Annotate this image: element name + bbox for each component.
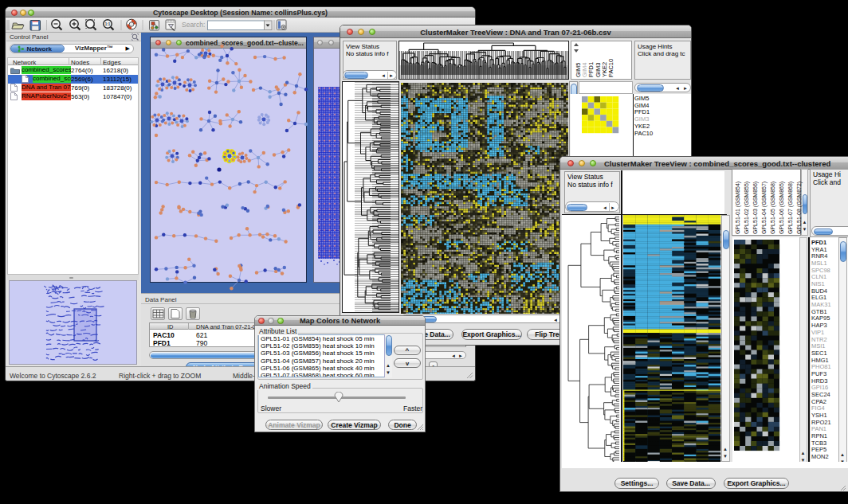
svg-text:GPL51-02 (GSM855): GPL51-02 (GSM855) bbox=[744, 182, 750, 234]
svg-text:GPL51-05 (GSM858): GPL51-05 (GSM858) bbox=[770, 182, 776, 234]
svg-text:GPL51-07 (GSM868): GPL51-07 (GSM868) bbox=[787, 182, 794, 234]
svg-text:GPL51-06 (GSM865): GPL51-06 (GSM865) bbox=[779, 182, 785, 234]
svg-text:GPL51-01 (GSM854): GPL51-01 (GSM854) bbox=[735, 182, 741, 234]
svg-text:GPL51-08 (GSM872): GPL51-08 (GSM872) bbox=[796, 182, 803, 234]
svg-text:GPL51-03 (GSM856): GPL51-03 (GSM856) bbox=[752, 182, 759, 234]
svg-text:GPL51-04 (GSM857): GPL51-04 (GSM857) bbox=[761, 182, 768, 234]
svg-text:PAC10: PAC10 bbox=[607, 59, 614, 77]
